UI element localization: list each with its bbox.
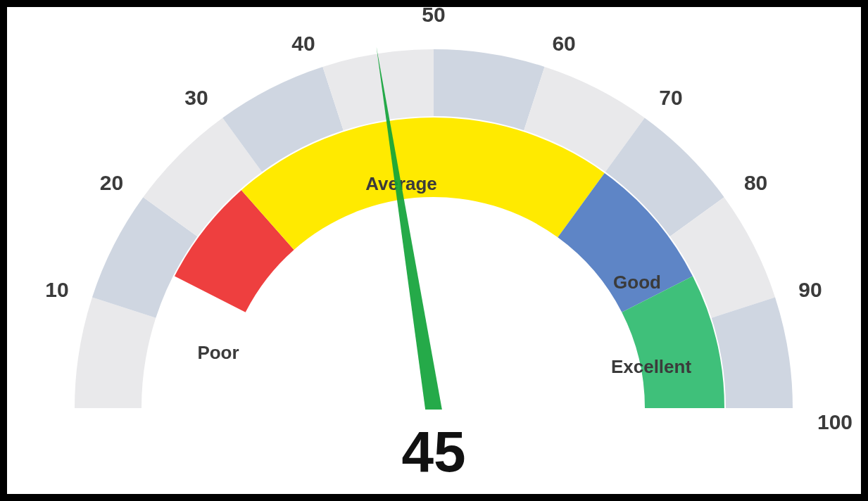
gauge-tick-label: 70 [659, 86, 682, 109]
gauge-zone-label-poor: Poor [197, 342, 239, 363]
gauge-tick-label: 50 [422, 7, 445, 26]
gauge-frame: 102030405060708090100 PoorAverageGoodExc… [0, 0, 868, 501]
gauge-chart: 102030405060708090100 PoorAverageGoodExc… [7, 7, 861, 494]
gauge-tick-label: 80 [744, 171, 767, 194]
gauge-zone-label-good: Good [613, 272, 661, 293]
gauge-tick-label: 60 [552, 32, 575, 55]
gauge-zone-label-excellent: Excellent [611, 356, 692, 377]
gauge-tick-label: 10 [45, 278, 68, 301]
gauge-tick-label: 90 [798, 278, 822, 301]
gauge-tick-label: 30 [184, 86, 208, 109]
gauge-tick-label: 100 [817, 410, 853, 433]
gauge-value-label: 45 [401, 419, 465, 483]
gauge-tick-label: 20 [100, 171, 123, 194]
gauge-tick-label: 40 [291, 32, 315, 55]
